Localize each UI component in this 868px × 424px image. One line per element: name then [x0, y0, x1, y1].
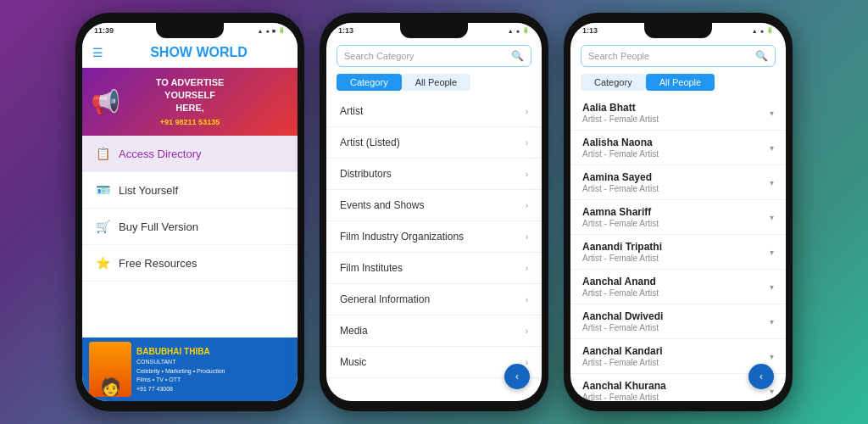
phone-3: 1:13 ▲ ● 🔋 Search People 🔍 Category All …	[564, 13, 793, 411]
search-bar-3[interactable]: Search People 🔍	[581, 45, 776, 67]
person-sub-aanchal-anand: Artist - Female Artist	[582, 288, 659, 298]
people-list: Aalia Bhatt Artist - Female Artist ▾ Aal…	[570, 96, 786, 401]
status-icons-3: ▲ ● 🔋	[752, 27, 774, 34]
category-label-artist: Artist	[340, 105, 363, 117]
search-bar-2[interactable]: Search Category 🔍	[337, 45, 531, 67]
status-time-3: 1:13	[582, 26, 598, 35]
person-item-aalia-bhatt[interactable]: Aalia Bhatt Artist - Female Artist ▾	[570, 96, 786, 131]
person-sub-aanchal-khurana: Artist - Female Artist	[582, 393, 666, 401]
tab-container-2: Category All People	[326, 70, 542, 96]
person-item-aalisha[interactable]: Aalisha Naona Artist - Female Artist ▾	[570, 131, 786, 165]
search-icon-3: 🔍	[755, 50, 768, 62]
person-info-aanchal-kandari: Aanchal Kandari Artist - Female Artist	[582, 345, 663, 367]
person-sub-aanchal-kandari: Artist - Female Artist	[582, 358, 663, 367]
person-name-aanchal-khurana: Aanchal Khurana	[582, 380, 666, 392]
tab-all-people-2[interactable]: All People	[402, 74, 471, 91]
person-item-aanchal-dwivedi[interactable]: Aanchal Dwivedi Artist - Female Artist ▾	[570, 304, 786, 339]
megaphone-icon: 📢	[91, 88, 120, 116]
menu-label-list-yourself: List Yourself	[119, 184, 178, 197]
list-icon: 🪪	[96, 183, 110, 197]
person-item-aanandi[interactable]: Aanandi Tripathi Artist - Female Artist …	[570, 235, 786, 270]
person-item-aamna[interactable]: Aamna Shariff Artist - Female Artist ▾	[570, 200, 786, 235]
chevron-icon-film-institutes: ›	[526, 264, 528, 273]
phone-2: 1:13 ▲ ● 🔋 Search Category 🔍 Category Al…	[320, 13, 548, 411]
chevron-icon-general-info: ›	[526, 295, 528, 304]
category-item-film-industry-orgs[interactable]: Film Industry Organizations ›	[326, 221, 542, 253]
menu-list: 📋 Access Directory 🪪 List Yourself 🛒 Buy…	[82, 136, 298, 338]
hamburger-icon[interactable]: ☰	[92, 46, 103, 59]
banner-line2: YOURSELF	[156, 89, 225, 102]
category-item-distributors[interactable]: Distributors ›	[326, 159, 542, 190]
menu-label-access-directory: Access Directory	[119, 148, 202, 160]
category-item-film-institutes[interactable]: Film Institutes ›	[326, 253, 542, 284]
category-item-events-shows[interactable]: Events and Shows ›	[326, 190, 542, 221]
chevron-icon-artist: ›	[526, 107, 528, 116]
ad-line2: Films • TV • OTT	[136, 376, 225, 385]
app-header-1: ☰ SHOW WORLD	[82, 38, 298, 68]
category-label-media: Media	[340, 325, 368, 337]
person-info-aamina: Aamina Sayed Artist - Female Artist	[582, 171, 659, 193]
menu-item-buy-full-version[interactable]: 🛒 Buy Full Version	[82, 209, 298, 245]
banner-line3: HERE,	[156, 102, 225, 114]
category-label-music: Music	[340, 356, 366, 368]
expand-icon-aalia: ▾	[770, 109, 774, 118]
fab-back-button-2[interactable]: ‹	[504, 364, 530, 389]
tab-category-3[interactable]: Category	[581, 74, 646, 91]
category-item-artist-listed[interactable]: Artist (Listed) ›	[326, 127, 542, 159]
banner-content: TO ADVERTISE YOURSELF HERE, +91 98211 53…	[156, 76, 225, 128]
person-name-aamina: Aamina Sayed	[582, 171, 659, 183]
expand-icon-aanchal-dwivedi: ▾	[770, 317, 774, 326]
phone-notch-1	[156, 23, 224, 38]
phone-notch-2	[400, 23, 468, 38]
menu-label-free-resources: Free Resources	[119, 257, 197, 270]
expand-icon-aamna: ▾	[770, 213, 774, 222]
ad-subtitle: CONSULTANT	[136, 358, 225, 367]
person-name-aalia: Aalia Bhatt	[582, 102, 659, 114]
menu-item-free-resources[interactable]: ⭐ Free Resources	[82, 245, 298, 282]
person-sub-aamna: Artist - Female Artist	[582, 219, 659, 228]
person-name-aalisha: Aalisha Naona	[582, 137, 659, 148]
tab-category-2[interactable]: Category	[337, 74, 402, 91]
person-info-aanchal-anand: Aanchal Anand Artist - Female Artist	[582, 276, 659, 298]
person-name-aanchal-kandari: Aanchal Kandari	[582, 345, 663, 357]
expand-icon-aanandi: ▾	[770, 248, 774, 257]
status-icons-1: ▲ ● ■ 🔋	[258, 27, 286, 34]
category-label-distributors: Distributors	[340, 168, 392, 180]
person-info-aanchal-khurana: Aanchal Khurana Artist - Female Artist	[582, 380, 666, 401]
category-item-general-info[interactable]: General Information ›	[326, 284, 542, 315]
chevron-icon-distributors: ›	[526, 170, 528, 179]
search-placeholder-2: Search Category	[344, 51, 506, 61]
phone-screen-3: 1:13 ▲ ● 🔋 Search People 🔍 Category All …	[570, 23, 786, 401]
tab-container-3: Category All People	[570, 70, 786, 96]
status-time-2: 1:13	[338, 26, 353, 35]
menu-item-list-yourself[interactable]: 🪪 List Yourself	[82, 172, 298, 209]
category-label-film-orgs: Film Industry Organizations	[340, 231, 464, 243]
category-item-media[interactable]: Media ›	[326, 315, 542, 347]
cart-icon: 🛒	[96, 220, 110, 233]
category-label-artist-listed: Artist (Listed)	[340, 137, 400, 148]
expand-icon-aanchal-khurana: ▾	[770, 387, 774, 396]
person-name-aanandi: Aanandi Tripathi	[582, 241, 662, 253]
person-item-aamina[interactable]: Aamina Sayed Artist - Female Artist ▾	[570, 165, 786, 200]
person-name-aamna: Aamna Shariff	[582, 206, 659, 218]
person-item-aanchal-anand[interactable]: Aanchal Anand Artist - Female Artist ▾	[570, 270, 786, 304]
ad-text: BABUBHAI THIBA CONSULTANT Celebrity • Ma…	[136, 345, 225, 393]
person-info-aanchal-dwivedi: Aanchal Dwivedi Artist - Female Artist	[582, 310, 663, 332]
category-label-film-institutes: Film Institutes	[340, 262, 403, 274]
search-icon-2: 🔍	[511, 50, 524, 62]
menu-item-access-directory[interactable]: 📋 Access Directory	[82, 136, 298, 172]
person-sub-aalisha: Artist - Female Artist	[582, 149, 659, 159]
expand-icon-aalisha: ▾	[770, 143, 774, 153]
person-sub-aanandi: Artist - Female Artist	[582, 254, 662, 263]
tab-all-people-3[interactable]: All People	[646, 74, 715, 91]
phone-notch-3	[644, 23, 712, 38]
category-item-artist[interactable]: Artist ›	[326, 96, 542, 127]
expand-icon-aanchal-anand: ▾	[770, 282, 774, 292]
expand-icon-aanchal-kandari: ▾	[770, 352, 774, 361]
ad-banner-bottom: 🧑 BABUBHAI THIBA CONSULTANT Celebrity • …	[82, 338, 298, 401]
banner-phone: +91 98211 53135	[156, 117, 225, 128]
fab-back-button-3[interactable]: ‹	[748, 364, 774, 389]
directory-icon: 📋	[96, 147, 110, 160]
person-info-aalia: Aalia Bhatt Artist - Female Artist	[582, 102, 659, 124]
person-name-aanchal-dwivedi: Aanchal Dwivedi	[582, 310, 663, 322]
